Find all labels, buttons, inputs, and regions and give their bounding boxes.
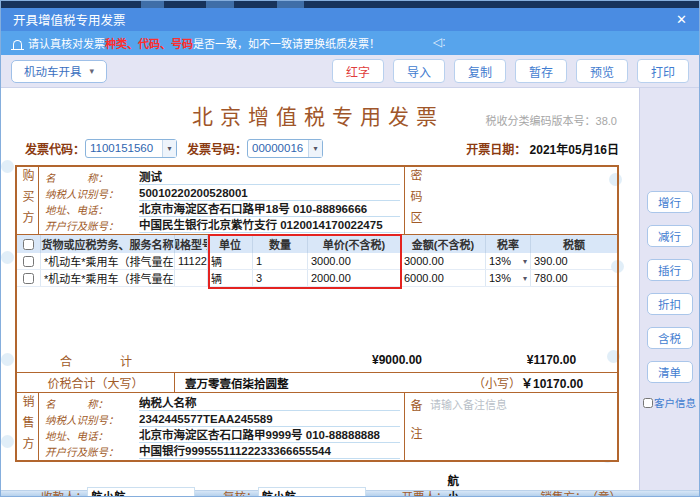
toolbar-buttons: 红字 导入 复制 暂存 预览 打印	[332, 59, 689, 83]
password-area-label: 密码区	[404, 167, 426, 234]
item-unit-cell[interactable]: 辆	[208, 270, 253, 286]
totals-amount: ¥9000.00	[308, 353, 486, 367]
row-checkbox[interactable]	[23, 256, 34, 267]
tax-code-version: 税收分类编码版本号：38.0	[486, 112, 617, 128]
background-window-strip	[1, 1, 699, 8]
col-header-spec: 规格型号	[175, 235, 208, 253]
buyer-name-label: 名 称：	[45, 170, 139, 185]
buyer-taxid-field[interactable]: 50010220200528001	[139, 186, 400, 201]
select-all-checkbox[interactable]	[23, 239, 34, 250]
item-qty-cell[interactable]: 1	[253, 253, 308, 269]
tax-total-small: （小写）￥10170.00	[461, 374, 617, 391]
seller-address-field[interactable]: 北京市海淀区杏石口路甲9999号 010-88888888	[139, 428, 400, 443]
tax-included-button[interactable]: 含税	[647, 327, 693, 349]
item-amount-cell[interactable]: 3000.00	[401, 253, 486, 269]
seller-taxid-field[interactable]: 2342445577TEAA245589	[139, 412, 400, 427]
item-spec-cell[interactable]	[175, 270, 208, 286]
col-header-price: 单价(不含税)	[308, 235, 401, 253]
seller-name-field[interactable]: 纳税人名称	[139, 396, 400, 411]
notice-text-suffix: 是否一致，如不一致请更换纸质发票！	[193, 35, 380, 51]
invoice-code-select[interactable]: 1100151560 ▾	[85, 139, 177, 158]
buyer-bank-field[interactable]: 中国民生银行北京紫竹支行 0120014170022475	[139, 218, 400, 233]
seller-taxid-label: 纳税人识别号：	[45, 412, 139, 427]
decorative-dot	[1, 160, 14, 173]
item-tax-cell[interactable]: 390.00	[531, 253, 617, 269]
decorative-dot	[1, 353, 14, 366]
save-draft-button[interactable]: 暂存	[515, 59, 567, 83]
chevron-down-icon: ▾	[308, 140, 322, 157]
insert-row-button[interactable]: 插行	[647, 259, 693, 281]
item-price-cell[interactable]: 3000.00	[308, 253, 401, 269]
item-spec-cell[interactable]: 1112223655	[175, 253, 208, 269]
invoice-code-value: 1100151560	[86, 142, 162, 154]
dialog-title-bar: 开具增值税专用发票 ✕	[1, 8, 699, 31]
seller-stamp-label: 销售方：	[541, 488, 587, 497]
remark-area	[426, 393, 617, 460]
print-button[interactable]: 打印	[637, 59, 689, 83]
customer-info-toggle[interactable]: 客户信息	[643, 395, 696, 410]
seller-name-label: 名 称：	[45, 396, 139, 411]
remark-input[interactable]	[426, 393, 617, 460]
toolbar: 机动车开具 ▾ 红字 导入 复制 暂存 预览 打印	[1, 55, 699, 88]
col-header-rate: 税率	[486, 235, 531, 253]
tax-total-words: 壹万零壹佰柒拾圆整	[175, 375, 461, 391]
reviewer-input[interactable]	[258, 487, 366, 497]
totals-label: 合 计	[17, 352, 175, 369]
chevron-down-icon: ▾	[523, 257, 527, 266]
seller-address-label: 地址、电话：	[45, 428, 139, 443]
item-rate-select[interactable]: 13% ▾	[486, 270, 531, 286]
add-row-button[interactable]: 增行	[647, 191, 693, 213]
tax-total-label: 价税合计（大写）	[17, 373, 175, 392]
col-header-qty: 数量	[253, 235, 308, 253]
item-name-cell[interactable]: *机动车*乘用车（排气量在1.0升以上	[41, 270, 175, 286]
buyer-taxid-label: 纳税人识别号：	[45, 186, 139, 201]
list-button[interactable]: 清单	[647, 361, 693, 383]
copy-button[interactable]: 复制	[454, 59, 506, 83]
select-all-cell	[17, 235, 41, 253]
reviewer-label: 复核：	[223, 488, 258, 497]
totals-tax: ¥1170.00	[486, 353, 617, 367]
buyer-name-field[interactable]: 测试	[139, 170, 400, 185]
discount-button[interactable]: 折扣	[647, 293, 693, 315]
row-checkbox[interactable]	[23, 273, 34, 284]
item-name-cell[interactable]: *机动车*乘用车（排气量在1.5升以上	[41, 253, 175, 269]
customer-info-checkbox[interactable]	[643, 398, 653, 408]
remark-side-label: 备注	[404, 393, 426, 460]
remove-row-button[interactable]: 减行	[647, 225, 693, 247]
notice-text-highlight: 种类、代码、号码	[105, 35, 193, 51]
tax-code-version-label: 税收分类编码版本号：	[486, 115, 596, 127]
items-header-row: 货物或应税劳务、服务名称 规格型号 单位 数量 单价(不含税) 金额(不含税) …	[17, 235, 617, 253]
col-header-unit: 单位	[208, 235, 253, 253]
action-sidebar: 增行 减行 插行 折扣 含税 清单 客户信息	[639, 88, 699, 490]
invoice-number-label: 发票号码：	[187, 140, 247, 157]
decorative-dot	[1, 251, 14, 264]
item-tax-cell[interactable]: 780.00	[531, 270, 617, 286]
notice-text-prefix: 请认真核对发票	[28, 35, 105, 51]
payee-input[interactable]	[87, 487, 195, 497]
preview-button[interactable]: 预览	[576, 59, 628, 83]
buyer-address-field[interactable]: 北京市海淀区杏石口路甲18号 010-88896666	[139, 202, 400, 217]
seller-side-label: 销售方	[17, 393, 39, 460]
red-letter-button[interactable]: 红字	[332, 59, 384, 83]
invoice-number-select[interactable]: 00000016 ▾	[247, 139, 323, 158]
invoice-mode-select[interactable]: 机动车开具 ▾	[11, 60, 107, 83]
item-unit-cell[interactable]: 辆	[208, 253, 253, 269]
payee-label: 收款人：	[41, 488, 87, 497]
password-area	[426, 167, 617, 234]
item-price-cell[interactable]: 2000.00	[308, 270, 401, 286]
seller-bank-field[interactable]: 中国银行99955511122233366655544	[139, 444, 400, 459]
signature-row: 收款人： 复核： 开票人： 航小航 销售方： （章）	[41, 472, 621, 497]
chevron-down-icon: ▾	[162, 140, 176, 157]
speaker-icon[interactable]: ◁:	[433, 35, 446, 49]
dialog-title: 开具增值税专用发票	[13, 10, 126, 29]
buyer-address-label: 地址、电话：	[45, 202, 139, 217]
invoice-date: 开票日期： 2021年05月16日	[466, 140, 619, 157]
totals-row: 合 计 ¥9000.00 ¥1170.00	[17, 350, 617, 370]
import-button[interactable]: 导入	[393, 59, 445, 83]
item-rate-select[interactable]: 13% ▾	[486, 253, 531, 269]
item-qty-cell[interactable]: 3	[253, 270, 308, 286]
item-amount-cell[interactable]: 6000.00	[401, 270, 486, 286]
invoice-code-label: 发票代码：	[25, 140, 85, 157]
close-icon[interactable]: ✕	[676, 13, 687, 26]
decorative-dot	[1, 435, 14, 448]
